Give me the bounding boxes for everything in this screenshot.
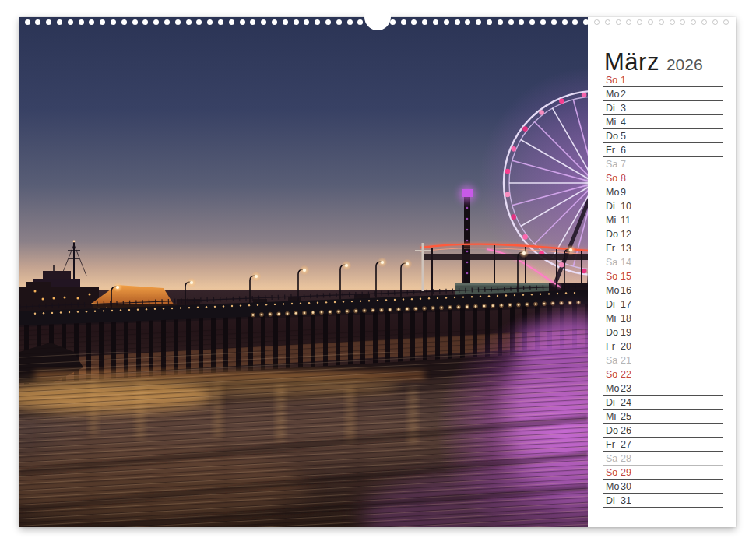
binding-hole — [207, 19, 213, 25]
binding-hole — [605, 19, 610, 25]
day-number: 8 — [621, 174, 626, 184]
binding-hole — [46, 19, 51, 25]
day-row: Mi18 — [603, 311, 723, 325]
day-number: 2 — [621, 90, 626, 100]
day-row: Mo16 — [603, 283, 723, 297]
day-abbrev: Mo — [606, 188, 621, 198]
binding-hole — [304, 19, 309, 25]
day-row: Sa28 — [603, 452, 723, 466]
day-abbrev: Fr — [606, 146, 621, 156]
day-number: 20 — [621, 342, 631, 352]
binding-hole — [347, 19, 353, 25]
day-abbrev: Mi — [606, 412, 621, 422]
day-row: Do26 — [603, 424, 723, 438]
day-row: Di31 — [603, 494, 723, 508]
day-abbrev: Do — [606, 328, 621, 338]
day-abbrev: Sa — [606, 160, 621, 170]
binding-hole — [390, 19, 396, 25]
binding-hole — [261, 19, 266, 25]
day-number: 30 — [621, 482, 631, 492]
binding-hole — [25, 19, 30, 25]
binding-hole — [691, 19, 696, 25]
day-row: Di24 — [603, 396, 723, 410]
day-row: Fr20 — [603, 339, 723, 353]
binding-hole — [551, 19, 557, 25]
binding-hole — [637, 19, 642, 25]
day-abbrev: So — [606, 370, 621, 380]
binding-hole — [89, 19, 94, 25]
day-number: 17 — [621, 300, 631, 310]
day-row: So8 — [603, 171, 723, 185]
day-number: 9 — [621, 188, 626, 198]
day-abbrev: Sa — [606, 454, 621, 464]
day-number: 13 — [621, 244, 631, 254]
day-number: 22 — [621, 370, 631, 380]
day-row: Di17 — [603, 297, 723, 311]
day-abbrev: Di — [606, 104, 621, 114]
binding-hole — [594, 19, 600, 25]
month-title: März — [604, 48, 659, 76]
day-abbrev: Mo — [606, 286, 621, 296]
calendar-column: März 2026 So1Mo2Di3Mi4Do5Fr6Sa7So8Mo9Di1… — [588, 17, 736, 527]
day-number: 16 — [621, 286, 631, 296]
day-abbrev: Fr — [606, 440, 621, 450]
day-number: 3 — [621, 104, 626, 114]
day-abbrev: Mi — [606, 118, 621, 128]
binding-hole — [35, 19, 40, 25]
day-row: Sa7 — [603, 157, 723, 171]
binding-hole — [111, 19, 116, 25]
day-abbrev: So — [606, 174, 621, 184]
day-abbrev: Mo — [606, 384, 621, 394]
binding-hole — [626, 19, 631, 25]
day-number: 24 — [621, 398, 631, 408]
day-abbrev: So — [606, 272, 621, 282]
binding-hole — [68, 19, 73, 25]
month-header: März 2026 — [604, 48, 703, 76]
binding-hole — [444, 19, 449, 25]
binding-hole — [540, 19, 546, 25]
day-number: 19 — [621, 328, 631, 338]
day-row: Mi11 — [603, 213, 723, 227]
binding-hole — [519, 19, 524, 25]
binding-hole — [218, 19, 223, 25]
binding-hole — [648, 19, 653, 25]
day-number: 5 — [621, 132, 626, 142]
binding-hole — [283, 19, 288, 25]
day-number: 31 — [621, 496, 631, 506]
day-row: Mo9 — [603, 185, 723, 199]
binding-hole — [229, 19, 234, 25]
binding-holes — [19, 17, 736, 28]
day-abbrev: Di — [606, 398, 621, 408]
day-row: Do19 — [603, 325, 723, 339]
day-number: 25 — [621, 412, 631, 422]
day-abbrev: Di — [606, 496, 621, 506]
day-row: Fr13 — [603, 241, 723, 255]
day-number: 26 — [621, 426, 631, 436]
binding-hole — [357, 19, 363, 25]
day-list: So1Mo2Di3Mi4Do5Fr6Sa7So8Mo9Di10Mi11Do12F… — [603, 73, 723, 508]
day-row: So29 — [603, 466, 723, 480]
binding-hole — [132, 19, 138, 25]
day-row: So15 — [603, 269, 723, 283]
binding-hole — [100, 19, 105, 25]
binding-hole — [508, 19, 514, 25]
day-abbrev: Do — [606, 426, 621, 436]
day-row: Mo30 — [603, 480, 723, 494]
binding-hole — [422, 19, 427, 25]
binding-hole — [670, 19, 675, 25]
binding-hole — [616, 19, 621, 25]
binding-hole — [250, 19, 255, 25]
day-number: 15 — [621, 272, 631, 282]
binding-hole — [487, 19, 492, 25]
day-abbrev: Di — [606, 202, 621, 212]
day-row: Do12 — [603, 227, 723, 241]
day-abbrev: Fr — [606, 244, 621, 254]
day-row: Sa14 — [603, 255, 723, 269]
binding-hole — [455, 19, 460, 25]
day-abbrev: Sa — [606, 258, 621, 268]
binding-hole — [336, 19, 342, 25]
binding-hole — [153, 19, 159, 25]
day-number: 21 — [621, 356, 631, 366]
binding-hole — [465, 19, 470, 25]
binding-hole — [680, 19, 685, 25]
